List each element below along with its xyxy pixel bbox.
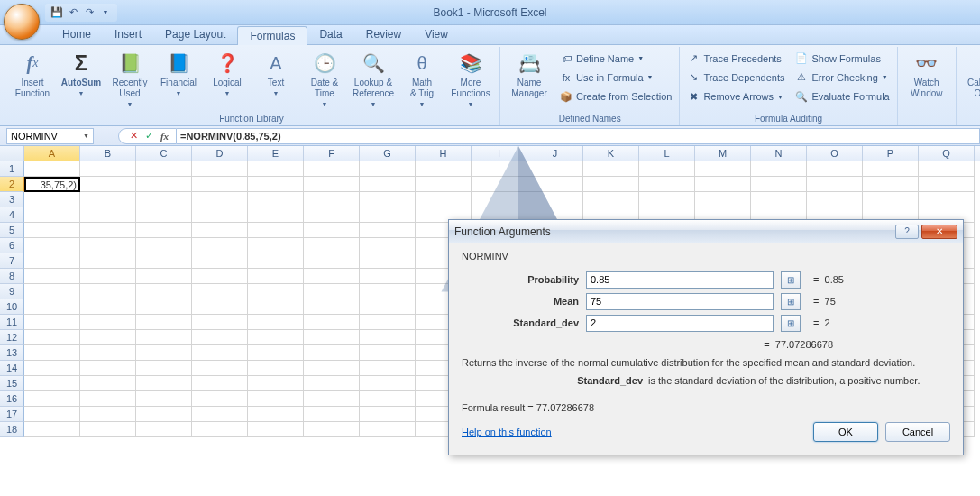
row-header-1[interactable]: 1: [0, 161, 24, 177]
cell-L3[interactable]: [639, 192, 695, 207]
cell-E16[interactable]: [248, 391, 304, 407]
cell-F11[interactable]: [304, 315, 360, 330]
ok-button[interactable]: OK: [813, 422, 878, 442]
tab-insert[interactable]: Insert: [103, 25, 153, 44]
cell-D3[interactable]: [192, 192, 248, 207]
cell-G1[interactable]: [360, 161, 416, 177]
cell-A16[interactable]: [24, 391, 80, 407]
cell-B5[interactable]: [80, 223, 136, 238]
cell-D5[interactable]: [192, 223, 248, 238]
cell-M2[interactable]: [695, 177, 751, 192]
row-header-18[interactable]: 18: [0, 422, 24, 437]
ribbon-math-trig-button[interactable]: θMath & Trig▼: [398, 49, 445, 112]
ribbon-recently-used-button[interactable]: 📗Recently Used▼: [106, 49, 153, 112]
remove-arrows-button[interactable]: ✖Remove Arrows ▼: [685, 87, 786, 106]
tab-page-layout[interactable]: Page Layout: [153, 25, 237, 44]
cell-F17[interactable]: [304, 407, 360, 422]
cell-C12[interactable]: [136, 330, 192, 345]
cell-C10[interactable]: [136, 299, 192, 315]
trace-precedents-button[interactable]: ↗Trace Precedents: [685, 50, 786, 68]
cell-E5[interactable]: [248, 223, 304, 238]
cell-G6[interactable]: [360, 238, 416, 253]
ribbon-text-button[interactable]: AText▼: [252, 49, 299, 101]
help-icon[interactable]: ?: [895, 225, 919, 239]
cell-F8[interactable]: [304, 269, 360, 284]
select-all-corner[interactable]: [0, 146, 24, 161]
cell-D9[interactable]: [192, 284, 248, 299]
cell-A14[interactable]: [24, 361, 80, 376]
cancel-button[interactable]: Cancel: [885, 422, 950, 442]
cell-F10[interactable]: [304, 299, 360, 315]
cell-A17[interactable]: [24, 407, 80, 422]
col-header-N[interactable]: N: [751, 146, 807, 161]
col-header-M[interactable]: M: [695, 146, 751, 161]
row-header-16[interactable]: 16: [0, 391, 24, 407]
cell-B8[interactable]: [80, 269, 136, 284]
cell-C7[interactable]: [136, 253, 192, 269]
tab-view[interactable]: View: [413, 25, 460, 44]
col-header-Q[interactable]: Q: [919, 146, 975, 161]
cell-D1[interactable]: [192, 161, 248, 177]
cell-A2[interactable]: 35,75,2): [24, 177, 80, 192]
col-header-G[interactable]: G: [360, 146, 416, 161]
cell-A7[interactable]: [24, 253, 80, 269]
ribbon-lookup-reference-button[interactable]: 🔍Lookup & Reference▼: [350, 49, 397, 112]
cell-B12[interactable]: [80, 330, 136, 345]
row-header-12[interactable]: 12: [0, 330, 24, 345]
evaluate-formula-button[interactable]: 🔍Evaluate Formula: [793, 87, 891, 106]
col-header-A[interactable]: A: [24, 146, 80, 161]
cell-N3[interactable]: [751, 192, 807, 207]
cell-G12[interactable]: [360, 330, 416, 345]
cell-A13[interactable]: [24, 345, 80, 361]
cancel-formula-icon[interactable]: ✕: [126, 130, 142, 142]
cell-B17[interactable]: [80, 407, 136, 422]
row-header-3[interactable]: 3: [0, 192, 24, 207]
use-in-formula-button[interactable]: fxUse in Formula ▼: [558, 69, 673, 87]
save-icon[interactable]: 💾: [49, 5, 65, 21]
cell-B2[interactable]: [80, 177, 136, 192]
cell-A3[interactable]: [24, 192, 80, 207]
cell-F1[interactable]: [304, 161, 360, 177]
ribbon-insert-function-button[interactable]: fxInsert Function: [9, 49, 56, 101]
cell-E17[interactable]: [248, 407, 304, 422]
cell-G8[interactable]: [360, 269, 416, 284]
cell-D16[interactable]: [192, 391, 248, 407]
cell-E2[interactable]: [248, 177, 304, 192]
cell-D10[interactable]: [192, 299, 248, 315]
row-header-15[interactable]: 15: [0, 376, 24, 391]
ribbon-date-time-button[interactable]: 🕒Date & Time▼: [301, 49, 348, 112]
cell-G11[interactable]: [360, 315, 416, 330]
cell-N2[interactable]: [751, 177, 807, 192]
fx-icon[interactable]: fx: [157, 131, 172, 142]
tab-home[interactable]: Home: [50, 25, 103, 44]
cell-B14[interactable]: [80, 361, 136, 376]
cell-E14[interactable]: [248, 361, 304, 376]
cell-C17[interactable]: [136, 407, 192, 422]
dialog-titlebar[interactable]: Function Arguments ? ✕: [449, 220, 963, 243]
cell-D15[interactable]: [192, 376, 248, 391]
cell-G17[interactable]: [360, 407, 416, 422]
name-manager-button[interactable]: 📇 Name Manager: [506, 49, 553, 101]
cell-A10[interactable]: [24, 299, 80, 315]
cell-L2[interactable]: [639, 177, 695, 192]
col-header-O[interactable]: O: [807, 146, 863, 161]
calculation-options-button[interactable]: 🗒 Calculation Options ▼: [962, 49, 980, 112]
col-header-D[interactable]: D: [192, 146, 248, 161]
cell-C1[interactable]: [136, 161, 192, 177]
cell-N1[interactable]: [751, 161, 807, 177]
cell-D7[interactable]: [192, 253, 248, 269]
cell-A8[interactable]: [24, 269, 80, 284]
cell-G2[interactable]: [360, 177, 416, 192]
cell-D13[interactable]: [192, 345, 248, 361]
cell-C6[interactable]: [136, 238, 192, 253]
undo-icon[interactable]: ↶: [65, 5, 81, 21]
cell-F6[interactable]: [304, 238, 360, 253]
row-header-11[interactable]: 11: [0, 315, 24, 330]
cell-F4[interactable]: [304, 207, 360, 223]
ribbon-logical-button[interactable]: ❓Logical▼: [204, 49, 251, 101]
cell-G15[interactable]: [360, 376, 416, 391]
cell-M3[interactable]: [695, 192, 751, 207]
create-from-selection-button[interactable]: 📦Create from Selection: [558, 87, 673, 106]
ribbon-autosum-button[interactable]: ΣAutoSum▼: [58, 49, 105, 101]
cell-A18[interactable]: [24, 422, 80, 437]
